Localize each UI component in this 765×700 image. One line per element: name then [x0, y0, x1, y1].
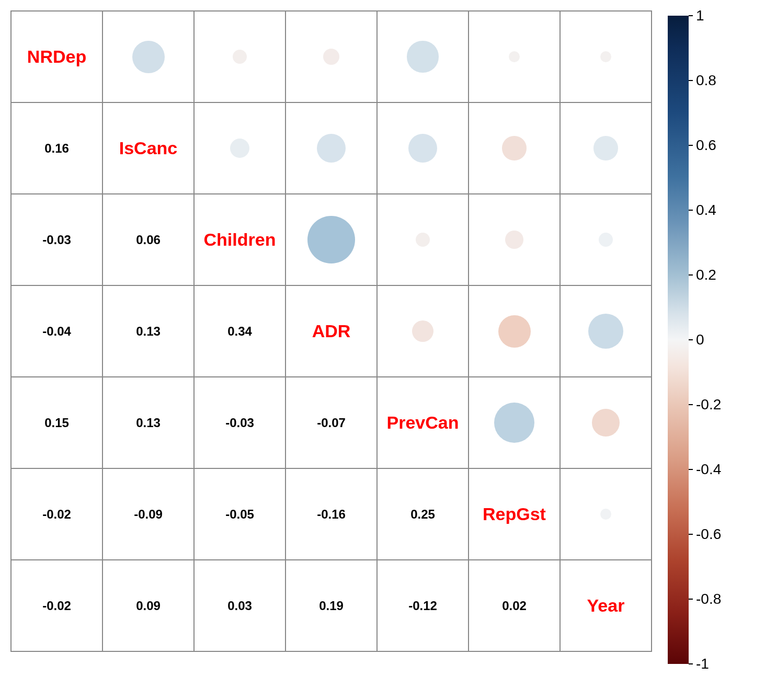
variable-label: RepGst — [483, 504, 546, 524]
matrix-cell — [377, 194, 469, 285]
correlation-circle — [412, 320, 433, 342]
variable-label: IsCanc — [119, 138, 178, 158]
tick-mark — [689, 339, 693, 340]
tick-label: -0.6 — [696, 526, 721, 543]
matrix-cell: PrevCan — [377, 377, 469, 468]
matrix-cell: -0.05 — [194, 468, 286, 560]
correlation-circle — [307, 216, 355, 263]
correlation-circle — [407, 41, 438, 72]
correlation-circle — [233, 50, 247, 64]
correlation-value: -0.07 — [317, 416, 346, 430]
matrix-cell: -0.02 — [11, 468, 102, 560]
correlation-value: -0.16 — [317, 507, 346, 522]
matrix-cell: Year — [560, 560, 652, 651]
matrix-cell: -0.02 — [11, 560, 102, 651]
correlation-circle — [592, 409, 620, 437]
tick-mark — [689, 663, 693, 664]
matrix-cell — [560, 285, 652, 377]
correlation-value: -0.04 — [42, 324, 71, 339]
matrix-cell — [194, 11, 286, 102]
correlation-circle — [408, 134, 438, 163]
colorbar-tick: 1 — [689, 7, 704, 24]
colorbar-wrap: 10.80.60.40.20-0.2-0.4-0.6-0.8-1 — [668, 10, 725, 674]
matrix-cell — [560, 102, 652, 194]
correlation-matrix: NRDep0.16IsCanc-0.030.06Children-0.040.1… — [10, 10, 652, 652]
correlation-value: -0.05 — [225, 507, 254, 522]
colorbar-tick: 0 — [689, 331, 704, 348]
correlation-value: 0.06 — [136, 233, 161, 247]
correlation-circle — [494, 403, 535, 443]
tick-label: 1 — [696, 7, 704, 24]
tick-mark — [689, 599, 693, 600]
colorbar-tick: 0.4 — [689, 202, 716, 219]
matrix-cell: -0.12 — [377, 560, 469, 651]
correlation-circle — [600, 509, 612, 520]
correlation-value: 0.25 — [410, 507, 435, 522]
tick-mark — [689, 210, 693, 211]
matrix-cell: 0.13 — [102, 377, 194, 468]
colorbar-ticks: 10.80.60.40.20-0.2-0.4-0.6-0.8-1 — [689, 16, 725, 664]
matrix-cell: -0.03 — [194, 377, 286, 468]
tick-label: -0.2 — [696, 396, 721, 413]
correlation-value: 0.16 — [44, 141, 69, 156]
variable-label: Children — [204, 229, 276, 250]
correlation-circle — [599, 233, 613, 247]
matrix-cell: RepGst — [469, 468, 560, 560]
tick-label: -0.8 — [696, 591, 721, 607]
matrix-cell — [469, 194, 560, 285]
matrix-cell — [286, 102, 377, 194]
tick-label: 0 — [696, 331, 704, 348]
tick-mark — [689, 404, 693, 405]
colorbar-tick: -0.6 — [689, 526, 721, 543]
matrix-cell: 0.19 — [286, 560, 377, 651]
correlation-circle — [509, 51, 520, 63]
matrix-cell: -0.16 — [286, 468, 377, 560]
matrix-cell: 0.16 — [11, 102, 102, 194]
correlation-circle — [593, 136, 618, 160]
matrix-cell: -0.03 — [11, 194, 102, 285]
correlation-value: 0.15 — [44, 416, 69, 430]
matrix-cell: Children — [194, 194, 286, 285]
matrix-cell — [286, 194, 377, 285]
matrix-cell: -0.07 — [286, 377, 377, 468]
correlation-value: 0.13 — [136, 324, 161, 339]
variable-label: NRDep — [27, 47, 86, 67]
matrix-cell — [560, 468, 652, 560]
matrix-cell: 0.25 — [377, 468, 469, 560]
tick-mark — [689, 145, 693, 146]
matrix-cell: IsCanc — [102, 102, 194, 194]
correlation-circle — [230, 139, 250, 158]
tick-mark — [689, 534, 693, 535]
colorbar-gradient — [668, 16, 689, 664]
correlation-circle — [502, 136, 527, 160]
variable-label: PrevCan — [387, 412, 459, 433]
tick-label: 0.2 — [696, 267, 716, 283]
colorbar-tick: 0.2 — [689, 267, 716, 283]
tick-label: 0.8 — [696, 72, 716, 89]
matrix-cell — [469, 285, 560, 377]
tick-label: 0.4 — [696, 202, 716, 219]
matrix-cell — [286, 11, 377, 102]
matrix-cell — [469, 377, 560, 468]
matrix-cell: 0.06 — [102, 194, 194, 285]
correlation-circle — [323, 49, 339, 65]
matrix-cell: -0.09 — [102, 468, 194, 560]
colorbar-tick: -0.2 — [689, 396, 721, 413]
tick-mark — [689, 469, 693, 470]
correlation-circle — [132, 41, 165, 73]
colorbar-tick: 0.8 — [689, 72, 716, 89]
matrix-cell — [469, 11, 560, 102]
colorbar-tick: -0.4 — [689, 461, 721, 478]
matrix-cell — [469, 102, 560, 194]
correlation-value: -0.12 — [408, 599, 437, 613]
correlation-value: -0.02 — [42, 599, 71, 613]
matrix-cell — [102, 11, 194, 102]
correlation-value: 0.19 — [319, 599, 344, 613]
matrix-cell: 0.03 — [194, 560, 286, 651]
correlation-value: -0.03 — [42, 233, 71, 247]
matrix-cell — [560, 377, 652, 468]
correlation-value: -0.09 — [134, 507, 163, 522]
variable-label: Year — [587, 595, 625, 616]
matrix-cell — [377, 102, 469, 194]
variable-label: ADR — [312, 321, 351, 341]
